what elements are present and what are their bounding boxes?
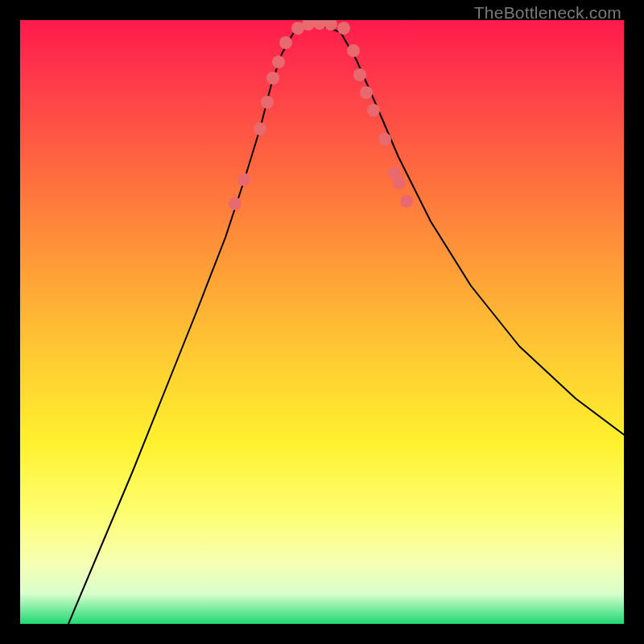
data-marker <box>347 44 360 57</box>
data-marker <box>272 56 285 68</box>
watermark-text: TheBottleneck.com <box>474 3 621 23</box>
data-marker <box>313 20 326 30</box>
data-marker <box>393 176 406 189</box>
data-marker <box>279 36 292 49</box>
data-marker <box>266 72 279 85</box>
chart-plot-area <box>20 20 624 624</box>
data-marker <box>324 20 337 31</box>
data-marker <box>400 195 413 208</box>
data-marker <box>254 122 266 135</box>
chart-svg <box>20 20 624 624</box>
data-marker <box>229 197 242 210</box>
data-marker <box>261 96 274 109</box>
data-marker <box>378 133 391 146</box>
data-marker <box>367 104 380 117</box>
curve-line <box>68 26 624 624</box>
data-marker <box>237 173 250 186</box>
data-marker <box>337 22 350 35</box>
data-marker <box>360 86 373 99</box>
data-marker <box>353 68 366 81</box>
